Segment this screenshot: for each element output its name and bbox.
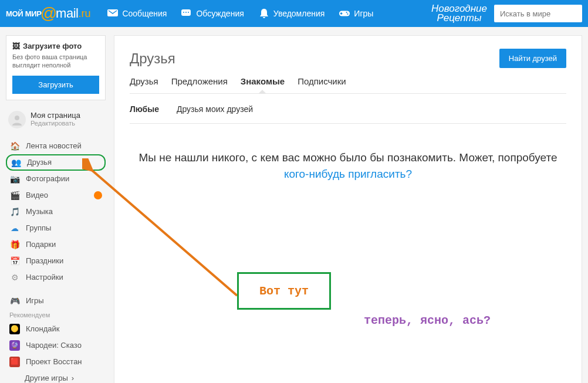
sidebar-item-6[interactable]: 🎁Подарки — [6, 236, 106, 253]
profile-name: Моя страница — [31, 111, 80, 120]
upload-title: 🖼 Загрузите фото — [12, 42, 99, 50]
game-item-2[interactable]: 🟥Проект Восстан — [6, 354, 106, 370]
sub-tabs: ЛюбыеДрузья моих друзей — [130, 94, 566, 124]
basketball-badge-icon — [94, 191, 102, 199]
game-label: Проект Восстан — [26, 357, 82, 366]
top-navigation: МОЙ МИР @ mail .ru Сообщения Обсуждения … — [0, 0, 588, 27]
tab-2[interactable]: Знакомые — [241, 76, 285, 93]
sidebar-item-1[interactable]: 👥Друзья — [6, 154, 106, 171]
recommended-games-list: 🟡Клондайк🔮Чародеи: Сказо🟥Проект Восстан — [6, 321, 106, 370]
annotation-text: Вот тут — [259, 284, 309, 298]
svg-point-3 — [185, 12, 187, 13]
menu-label: Музыка — [26, 207, 53, 216]
avatar-icon — [8, 111, 26, 128]
search-input[interactable] — [494, 5, 582, 22]
recommend-label: Рекомендуем — [6, 309, 106, 321]
svg-point-10 — [15, 116, 19, 120]
svg-point-4 — [188, 12, 189, 13]
tab-0[interactable]: Друзья — [130, 76, 158, 93]
game-label: Чародеи: Сказо — [26, 341, 82, 350]
empty-text: Мы не нашли никого, с кем вас можно было… — [138, 151, 557, 164]
nav-menu: Сообщения Обсуждения Уведомления Игры — [101, 5, 379, 22]
sidebar-item-8[interactable]: ⚙Настройки — [6, 269, 106, 286]
subtab-0[interactable]: Любые — [130, 104, 159, 114]
tab-3[interactable]: Подписчики — [298, 76, 346, 93]
menu-icon: 👥 — [11, 157, 21, 168]
invite-link[interactable]: кого-нибудь пригласить? — [284, 168, 412, 180]
promo-banner[interactable]: Новогодние Рецепты — [431, 4, 487, 23]
menu-icon: ☁ — [9, 223, 20, 233]
other-games-label: Другие игры — [25, 374, 68, 382]
upload-photo-box: 🖼 Загрузите фото Без фото ваша страница … — [6, 35, 106, 100]
svg-point-2 — [183, 12, 184, 13]
annotation-footer: теперь, ясно, ась? — [364, 314, 491, 327]
chevron-right-icon: › — [72, 374, 74, 382]
sidebar-menu: 🏠Лента новостей👥Друзья📷Фотографии🎬Видео🎵… — [6, 138, 106, 286]
sidebar-item-2[interactable]: 📷Фотографии — [6, 171, 106, 187]
message-icon — [107, 8, 119, 19]
nav-label: Сообщения — [122, 9, 167, 18]
sidebar-item-0[interactable]: 🏠Лента новостей — [6, 138, 106, 154]
sidebar: 🖼 Загрузите фото Без фото ваша страница … — [6, 35, 106, 383]
image-icon: 🖼 — [12, 42, 20, 50]
logo-at-icon: @ — [40, 4, 57, 23]
game-item-0[interactable]: 🟡Клондайк — [6, 321, 106, 337]
tab-1[interactable]: Предложения — [171, 76, 228, 93]
search-box — [494, 5, 582, 22]
sidebar-item-3[interactable]: 🎬Видео — [6, 187, 106, 204]
site-logo[interactable]: МОЙ МИР @ mail .ru — [6, 4, 90, 23]
game-icon: 🟡 — [9, 324, 20, 334]
bell-icon — [258, 8, 270, 19]
menu-label: Подарки — [26, 240, 56, 249]
gamepad-icon: 🎮 — [9, 296, 20, 306]
menu-icon: 📷 — [9, 174, 20, 184]
menu-label: Фотографии — [26, 174, 69, 183]
main-content: Друзья Найти друзей ДрузьяПредложенияЗна… — [114, 35, 582, 383]
nav-discussions[interactable]: Обсуждения — [175, 5, 249, 22]
menu-label: Игры — [26, 296, 44, 305]
discussion-icon — [181, 8, 192, 19]
nav-label: Игры — [354, 9, 373, 18]
other-games-link[interactable]: Другие игры › — [6, 370, 106, 383]
nav-label: Уведомления — [273, 9, 325, 18]
sidebar-item-games[interactable]: 🎮 Игры — [6, 293, 106, 309]
profile-edit-link[interactable]: Редактировать — [31, 120, 80, 127]
svg-rect-7 — [340, 13, 343, 14]
logo-text-mail: mail — [56, 6, 78, 21]
logo-text-ru: .ru — [78, 8, 90, 20]
gamepad-icon — [339, 8, 350, 19]
menu-icon: 🎵 — [9, 206, 20, 217]
menu-label: Лента новостей — [26, 141, 82, 150]
nav-messages[interactable]: Сообщения — [101, 5, 173, 22]
upload-button[interactable]: Загрузить — [12, 76, 99, 94]
subtab-1[interactable]: Друзья моих друзей — [177, 104, 253, 114]
nav-notifications[interactable]: Уведомления — [252, 5, 331, 22]
menu-icon: 📅 — [9, 256, 20, 266]
nav-games[interactable]: Игры — [333, 5, 379, 22]
game-label: Клондайк — [26, 324, 59, 333]
find-friends-button[interactable]: Найти друзей — [499, 49, 566, 68]
profile-block[interactable]: Моя страница Редактировать — [6, 111, 106, 128]
game-item-1[interactable]: 🔮Чародеи: Сказо — [6, 337, 106, 354]
menu-icon: 🎁 — [9, 239, 20, 250]
svg-point-9 — [347, 13, 349, 15]
game-icon: 🟥 — [9, 357, 20, 367]
upload-subtitle: Без фото ваша страница выглядит неполной — [12, 53, 99, 70]
page-title: Друзья — [130, 50, 175, 67]
menu-label: Видео — [26, 191, 48, 199]
game-icon: 🔮 — [9, 340, 20, 351]
sidebar-item-4[interactable]: 🎵Музыка — [6, 204, 106, 220]
promo-line2: Рецепты — [431, 13, 487, 23]
annotation-box: Вот тут — [237, 272, 331, 310]
menu-label: Праздники — [26, 256, 63, 265]
empty-state: Мы не нашли никого, с кем вас можно было… — [130, 124, 566, 182]
sidebar-item-7[interactable]: 📅Праздники — [6, 253, 106, 269]
sidebar-games-section: 🎮 Игры — [6, 293, 106, 309]
sidebar-item-5[interactable]: ☁Группы — [6, 220, 106, 236]
menu-label: Друзья — [27, 158, 52, 167]
menu-label: Группы — [26, 223, 51, 232]
svg-point-8 — [346, 12, 347, 13]
menu-icon: 🎬 — [9, 190, 20, 201]
logo-text-moi: МОЙ МИР — [6, 9, 42, 18]
nav-label: Обсуждения — [196, 9, 244, 18]
